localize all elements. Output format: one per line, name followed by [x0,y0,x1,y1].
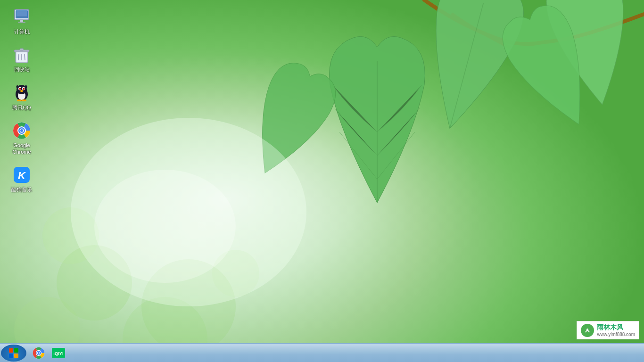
svg-point-32 [20,90,23,92]
computer-icon-label: 计算机 [14,28,30,35]
svg-point-45 [586,329,588,330]
background-svg [0,0,644,362]
qq-icon [12,83,31,102]
svg-point-36 [22,99,26,101]
svg-point-9 [94,170,236,283]
windows-logo-icon [9,348,18,358]
watermark-title: 雨林木风 [597,323,635,332]
computer-icon [12,8,31,26]
svg-text:K: K [18,170,26,181]
watermark: 雨林木风 www.ylmf888.com [577,321,639,339]
kuwo-icon: K [12,165,31,184]
desktop-icon-recycle[interactable]: 回收站 [5,42,39,75]
svg-rect-19 [20,49,24,50]
desktop-icons: 计算机 回收站 [5,5,39,196]
taskbar-iqiyi-button[interactable]: iQIYI [49,345,68,361]
desktop-icon-kuwo[interactable]: K 酷狗音乐 [5,163,39,196]
svg-point-31 [24,88,25,89]
svg-point-35 [17,99,22,101]
desktop: 计算机 回收站 [0,0,644,362]
desktop-icon-computer[interactable]: 计算机 [5,5,39,38]
watermark-url: www.ylmf888.com [597,332,635,337]
taskbar-iqiyi-icon: iQIYI [52,348,65,358]
svg-point-34 [25,85,27,88]
kuwo-icon-label: 酷狗音乐 [11,186,32,193]
desktop-icon-qq[interactable]: 腾讯QQ [5,81,39,114]
watermark-text: 雨林木风 www.ylmf888.com [597,323,635,337]
desktop-icon-chrome[interactable]: Google Chrome [5,118,39,158]
svg-rect-13 [18,22,25,23]
svg-rect-15 [17,16,27,17]
watermark-logo [581,324,594,337]
recycle-icon [12,45,31,64]
svg-point-30 [20,88,21,89]
taskbar-chrome-icon [33,347,45,359]
svg-text:iQIYI: iQIYI [53,351,63,356]
chrome-icon-label: Google Chrome [12,142,31,156]
qq-icon-label: 腾讯QQ [12,104,31,111]
taskbar: iQIYI [0,343,644,362]
svg-point-50 [38,352,40,354]
svg-point-41 [20,129,23,132]
start-button[interactable] [1,345,26,362]
chrome-icon [12,121,31,140]
svg-line-22 [25,54,25,60]
recycle-icon-label: 回收站 [14,66,30,73]
svg-point-33 [17,85,19,88]
taskbar-chrome-button[interactable] [29,345,48,361]
svg-line-20 [18,54,19,60]
